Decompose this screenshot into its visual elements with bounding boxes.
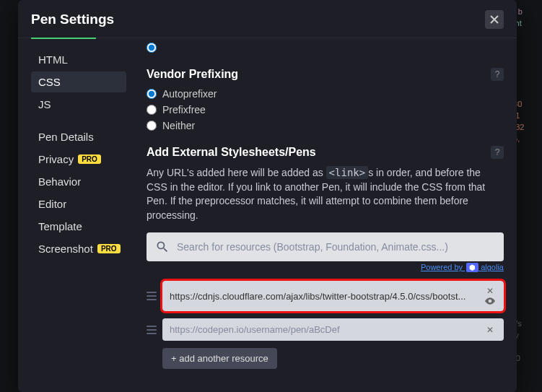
external-stylesheets-section: Add External Stylesheets/Pens ? Any URL'… — [147, 146, 504, 369]
remove-resource-icon[interactable]: ✕ — [484, 287, 497, 295]
pro-badge: PRO — [78, 154, 101, 164]
help-icon[interactable]: ? — [491, 146, 504, 159]
modal-header: Pen Settings — [18, 0, 517, 38]
sidebar-item-label: Pen Details — [38, 131, 94, 143]
sidebar-item-privacy[interactable]: PrivacyPRO — [31, 149, 126, 170]
powered-by: Powered by ⬢ algolia — [147, 263, 504, 272]
radio-option-neither[interactable]: Neither — [147, 120, 504, 131]
resource-url-input[interactable] — [170, 324, 478, 335]
sidebar-item-label: Screenshot — [38, 243, 93, 255]
sidebar-item-label: HTML — [38, 53, 68, 66]
section-description: Any URL's added here will be added as <l… — [147, 166, 504, 222]
sidebar-item-pen-details[interactable]: Pen Details — [31, 126, 126, 147]
resource-url-input[interactable] — [170, 291, 478, 302]
sidebar-item-css[interactable]: CSS — [31, 71, 126, 92]
powered-by-link[interactable]: Powered by ⬢ algolia — [421, 263, 504, 271]
close-icon — [490, 15, 499, 24]
resource-input-wrap: ✕ — [162, 318, 504, 341]
sidebar-item-label: JS — [38, 98, 51, 110]
add-resource-button[interactable]: + add another resource — [162, 348, 277, 369]
sidebar-item-js[interactable]: JS — [31, 94, 126, 115]
sidebar-item-template[interactable]: Template — [31, 216, 126, 237]
section-heading: Add External Stylesheets/Pens — [147, 146, 316, 159]
radio-option-truncated[interactable]: Neither — [147, 42, 504, 53]
pen-settings-modal: Pen Settings HTML CSS JS Pen Details Pri… — [18, 0, 517, 392]
drag-handle-icon[interactable] — [147, 292, 157, 300]
resource-row: ✕ — [147, 318, 504, 341]
sidebar-item-label: Template — [38, 220, 82, 232]
settings-sidebar: HTML CSS JS Pen Details PrivacyPRO Behav… — [18, 39, 134, 392]
search-input[interactable] — [177, 241, 495, 253]
modal-title: Pen Settings — [31, 12, 114, 27]
help-icon[interactable]: ? — [491, 68, 504, 81]
radio-option-autoprefixer[interactable]: Autoprefixer — [147, 88, 504, 100]
resource-search[interactable] — [147, 232, 504, 261]
radio-input[interactable] — [147, 121, 157, 131]
view-resource-icon[interactable] — [484, 297, 497, 305]
sidebar-item-label: Editor — [38, 198, 66, 210]
algolia-icon: ⬢ — [466, 263, 478, 272]
radio-option-prefixfree[interactable]: Prefixfree — [147, 104, 504, 116]
search-icon — [155, 240, 170, 254]
pro-badge: PRO — [97, 244, 121, 253]
radio-input[interactable] — [147, 43, 157, 53]
sidebar-item-label: Behavior — [38, 175, 81, 188]
section-heading: Vendor Prefixing — [147, 68, 238, 81]
sidebar-item-label: CSS — [38, 76, 61, 88]
vendor-prefixing-section: Vendor Prefixing ? Autoprefixer Prefixfr… — [147, 68, 504, 131]
sidebar-item-label: Privacy — [38, 153, 74, 165]
resource-input-wrap: ✕ — [162, 281, 504, 311]
resource-row: ✕ — [147, 281, 504, 311]
remove-resource-icon[interactable]: ✕ — [484, 326, 497, 334]
settings-content: Neither Vendor Prefixing ? Autoprefixer … — [134, 39, 517, 392]
close-button[interactable] — [485, 10, 504, 29]
radio-label: Autoprefixer — [162, 88, 217, 100]
sidebar-item-behavior[interactable]: Behavior — [31, 171, 126, 192]
radio-label: Prefixfree — [162, 104, 206, 116]
radio-input[interactable] — [147, 89, 157, 99]
drag-handle-icon[interactable] — [147, 326, 157, 334]
radio-input[interactable] — [147, 105, 157, 115]
sidebar-item-screenshot[interactable]: ScreenshotPRO — [31, 238, 126, 259]
sidebar-item-editor[interactable]: Editor — [31, 193, 126, 214]
radio-label: Neither — [162, 120, 195, 131]
sidebar-item-html[interactable]: HTML — [31, 49, 126, 70]
